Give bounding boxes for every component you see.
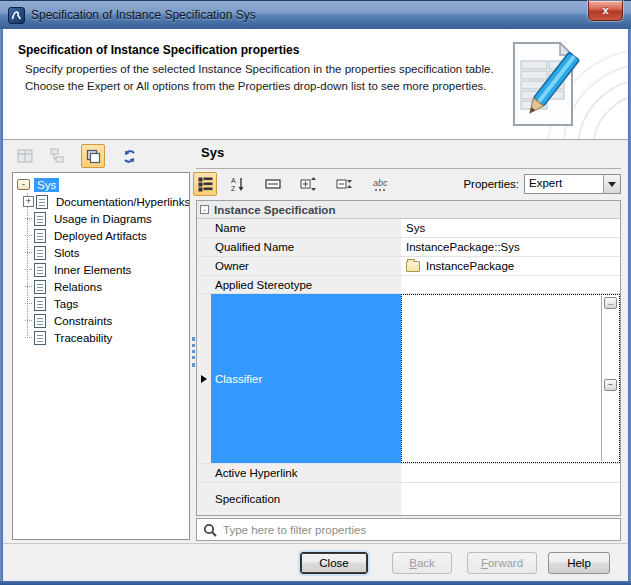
tree-item-label[interactable]: Documentation/Hyperlinks	[53, 195, 190, 209]
expand-nodes-icon[interactable]	[297, 172, 321, 196]
tree-item-slots[interactable]: Slots	[25, 244, 187, 261]
property-value: ... −	[401, 294, 620, 463]
categorized-view-icon[interactable]	[193, 172, 217, 196]
classifier-editor[interactable]: ... −	[401, 294, 620, 463]
chevron-down-icon	[608, 182, 616, 187]
hierarchy-view-icon[interactable]	[45, 144, 69, 168]
tree-item-tags[interactable]: Tags	[25, 295, 187, 312]
dropdown-arrow-button[interactable]	[603, 175, 620, 193]
filter-placeholder: Type here to filter properties	[223, 524, 366, 536]
back-button[interactable]: Back	[392, 552, 452, 574]
tree-item-traceability[interactable]: Traceability	[25, 329, 187, 346]
document-page-icon	[34, 297, 46, 311]
property-row-name[interactable]: Name Sys	[197, 219, 620, 238]
document-page-icon	[34, 212, 46, 226]
svg-text:Z: Z	[231, 185, 236, 192]
document-page-icon	[34, 229, 46, 243]
panel-splitter-handle[interactable]	[192, 337, 195, 367]
dialog-content: Specification of Instance Specification …	[3, 29, 628, 581]
tree-root-label[interactable]: Sys	[34, 178, 59, 192]
remove-button[interactable]: −	[604, 379, 617, 391]
abbreviations-icon[interactable]: abc	[369, 172, 393, 196]
property-label: Name	[211, 219, 401, 237]
show-description-icon[interactable]	[261, 172, 285, 196]
selected-row-marker-icon	[201, 375, 207, 383]
property-value[interactable]: Sys	[401, 219, 620, 237]
tree-item-inner-elements[interactable]: Inner Elements	[25, 261, 187, 278]
property-label: Specification	[211, 483, 401, 515]
properties-toolbar: AZ abc	[193, 171, 393, 197]
overlapping-windows-icon[interactable]	[81, 144, 105, 168]
property-label: Applied Stereotype	[211, 276, 401, 293]
tree-item-documentation[interactable]: + Documentation/Hyperlinks	[25, 193, 187, 210]
document-page-icon	[34, 280, 46, 294]
collapse-expander-icon[interactable]: -	[17, 179, 30, 190]
property-row-active-hyperlink[interactable]: Active Hyperlink	[197, 464, 620, 483]
properties-table: - Instance Specification Name Sys Qualif…	[196, 200, 621, 516]
properties-label: Properties:	[463, 178, 519, 190]
property-row-applied-stereotype[interactable]: Applied Stereotype	[197, 276, 620, 294]
row-strip	[197, 238, 211, 256]
row-strip	[197, 464, 211, 482]
header-band: Specification of Instance Specification …	[3, 29, 628, 140]
group-collapse-icon[interactable]: -	[200, 205, 209, 214]
search-icon	[203, 523, 217, 537]
tree-item-label[interactable]: Tags	[51, 297, 81, 311]
document-page-icon	[34, 331, 46, 345]
property-row-qualified-name[interactable]: Qualified Name InstancePackage::Sys	[197, 238, 620, 257]
title-bar[interactable]: Specification of Instance Specification …	[0, 0, 631, 29]
tree-item-label[interactable]: Inner Elements	[51, 263, 134, 277]
selected-element-title: Sys	[201, 145, 224, 160]
refresh-icon[interactable]	[117, 144, 141, 168]
title-separator	[196, 168, 621, 169]
document-page-icon	[34, 263, 46, 277]
document-page-icon	[34, 314, 46, 328]
form-view-icon[interactable]	[13, 144, 37, 168]
property-value[interactable]	[401, 276, 620, 293]
tree-item-usage-in-diagrams[interactable]: Usage in Diagrams	[25, 210, 187, 227]
property-value[interactable]: InstancePackage	[401, 257, 620, 275]
row-strip	[197, 483, 211, 515]
properties-mode-dropdown[interactable]: Expert	[524, 174, 621, 194]
tree-item-label[interactable]: Relations	[51, 280, 105, 294]
tree-item-label[interactable]: Traceability	[51, 331, 115, 345]
tree-item-relations[interactable]: Relations	[25, 278, 187, 295]
tree-root-sys[interactable]: - Sys	[17, 176, 187, 193]
tree-item-label[interactable]: Usage in Diagrams	[51, 212, 155, 226]
tree-item-deployed-artifacts[interactable]: Deployed Artifacts	[25, 227, 187, 244]
close-button[interactable]: x	[588, 1, 623, 21]
header-title: Specification of Instance Specification …	[18, 43, 299, 57]
property-label: Classifier	[211, 294, 401, 463]
property-row-owner[interactable]: Owner InstancePackage	[197, 257, 620, 276]
property-label: Owner	[211, 257, 401, 275]
tree-item-label[interactable]: Slots	[51, 246, 83, 260]
property-value[interactable]: InstancePackage::Sys	[401, 238, 620, 256]
group-header-row[interactable]: - Instance Specification	[197, 201, 620, 219]
window-border-bottom	[0, 581, 631, 585]
collapse-nodes-icon[interactable]	[333, 172, 357, 196]
package-folder-icon	[406, 261, 420, 272]
property-label: Active Hyperlink	[211, 464, 401, 482]
filter-properties-field[interactable]: Type here to filter properties	[196, 518, 621, 541]
expand-expander-icon[interactable]: +	[23, 196, 34, 207]
tree-item-constraints[interactable]: Constraints	[25, 312, 187, 329]
close-dialog-button[interactable]: Close	[300, 552, 368, 574]
footer-divider	[3, 543, 628, 544]
classifier-edit-area[interactable]	[403, 296, 602, 461]
tree-stub	[25, 337, 32, 338]
help-button[interactable]: Help	[548, 552, 610, 574]
tree-item-label[interactable]: Constraints	[51, 314, 115, 328]
ellipsis-button[interactable]: ...	[604, 297, 617, 309]
sort-alphabetically-icon[interactable]: AZ	[225, 172, 249, 196]
properties-mode-control: Properties: Expert	[391, 174, 621, 194]
property-row-classifier[interactable]: Classifier ... −	[197, 294, 620, 464]
element-tree-panel: - Sys + Documentation/Hyperlinks Usage i…	[12, 172, 190, 540]
forward-button[interactable]: Forward	[467, 552, 537, 574]
document-page-icon	[36, 195, 48, 209]
property-value[interactable]	[401, 483, 620, 515]
tree-item-label[interactable]: Deployed Artifacts	[51, 229, 150, 243]
header-description: Specify properties of the selected Insta…	[25, 61, 495, 94]
property-value[interactable]	[401, 464, 620, 482]
property-row-specification[interactable]: Specification	[197, 483, 620, 515]
row-strip	[197, 257, 211, 275]
